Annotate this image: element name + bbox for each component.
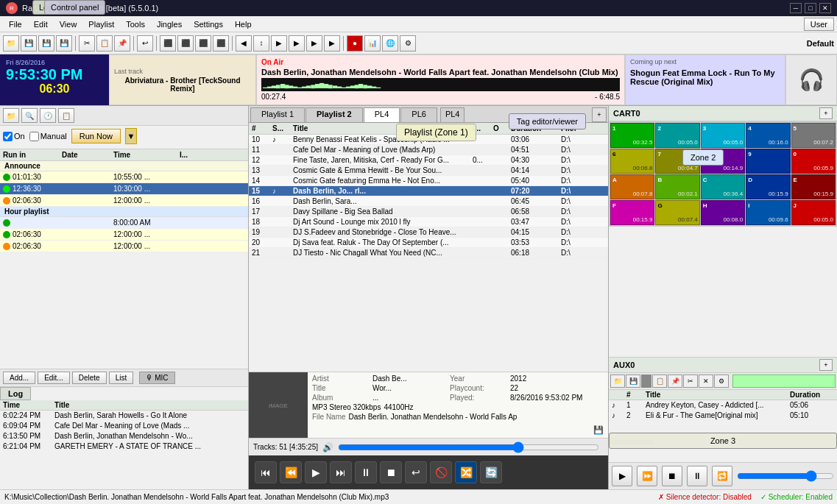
cart-5[interactable]: 5 00:07.2: [791, 123, 836, 148]
log-row-2[interactable]: 6:09:04 PM Cafe Del Mar - Meaning of Lov…: [0, 421, 248, 431]
cart-6[interactable]: 6 00:06.8: [610, 149, 654, 174]
menu-settings[interactable]: Settings: [188, 18, 229, 30]
tab-pl4[interactable]: PL4: [364, 107, 400, 122]
toolbar-open[interactable]: 📁: [3, 35, 19, 52]
cart-E[interactable]: E 00:15.9: [791, 174, 836, 199]
cart-F[interactable]: F 00:15.9: [610, 200, 654, 225]
open-folder-btn[interactable]: 📁: [3, 108, 19, 123]
player-ban-btn[interactable]: 🚫: [430, 461, 452, 483]
aux-copy-btn[interactable]: 📋: [652, 375, 667, 388]
log-row-3[interactable]: 6:13:50 PM Dash Berlin, Jonathan Mendels…: [0, 431, 248, 441]
player-prev-btn[interactable]: ⏮: [255, 461, 277, 483]
aux-pause-btn[interactable]: ⏸: [687, 466, 707, 486]
sched-row-6[interactable]: 02:06:30 12:00:00 ...: [0, 241, 248, 252]
aux-stop-btn[interactable]: ⏹: [662, 466, 682, 486]
cart-3[interactable]: 3 00:05.0: [701, 123, 745, 148]
tab-pl6[interactable]: PL6: [400, 107, 437, 122]
cart-A[interactable]: A 00:07.8: [610, 174, 654, 199]
playlist-add-tab-btn[interactable]: +: [592, 107, 607, 122]
aux-open-btn[interactable]: 📁: [610, 375, 625, 388]
edit-button[interactable]: Edit...: [38, 372, 70, 384]
cart-1[interactable]: 1 00:32.5: [610, 123, 654, 148]
player-sync-btn[interactable]: 🔄: [480, 461, 502, 483]
playlist-row-12[interactable]: 12 Fine Taste, Jaren, Mitiska, Cerf - Re…: [249, 155, 608, 166]
log-row-4[interactable]: 6:21:04 PM GARETH EMERY - A STATE OF TRA…: [0, 441, 248, 452]
list-button[interactable]: List: [109, 372, 134, 384]
toolbar-arrow-right4[interactable]: ▶: [324, 35, 340, 52]
sched-row-4[interactable]: 8:00:00 AM: [0, 217, 248, 229]
playlist-row-11[interactable]: 11 Cafe Del Mar - Meaning of Love (Mads …: [249, 145, 608, 155]
clock-btn[interactable]: 🕐: [40, 108, 56, 123]
aux-save-btn[interactable]: 💾: [626, 375, 640, 388]
cart-9[interactable]: 9: [746, 149, 790, 174]
toolbar-save2[interactable]: 💾: [38, 35, 54, 52]
cart-I[interactable]: I 00:09.6: [746, 200, 790, 225]
sched-row-3[interactable]: 02:06:30 12:00:00 ...: [0, 195, 248, 207]
mic-button[interactable]: 🎙 MIC: [139, 372, 174, 384]
cart-C[interactable]: C 00:36.4: [701, 174, 745, 199]
playlist-row-19[interactable]: 19 DJ S.Fadeev and Stonebridge - Close T…: [249, 227, 608, 238]
aux0-add-btn[interactable]: +: [819, 359, 833, 371]
playlist-row-20[interactable]: 20 Dj Sava feat. Raluk - The Day Of Sept…: [249, 238, 608, 248]
toolbar-save3[interactable]: 💾: [56, 35, 72, 52]
aux-cut-btn[interactable]: ✂: [683, 375, 698, 388]
cart-D[interactable]: D 00:15.9: [746, 174, 790, 199]
aux-row-2[interactable]: ♪ 2 Eli & Fur - The Game[Original mix] 0…: [609, 411, 837, 421]
playlist-row-14[interactable]: 14 Cosmic Gate featuring Emma He - Not E…: [249, 176, 608, 186]
toolbar-save[interactable]: 💾: [21, 35, 37, 52]
on-checkbox[interactable]: [3, 132, 13, 141]
toolbar-cut[interactable]: ✂: [79, 35, 95, 52]
toolbar-gear[interactable]: ⚙: [400, 35, 416, 52]
player-repeat-btn[interactable]: ↩: [405, 461, 427, 483]
player-next-btn[interactable]: ⏭: [330, 461, 352, 483]
aux-repeat-btn[interactable]: 🔁: [712, 466, 732, 486]
cart-H[interactable]: H 00:08.0: [701, 200, 745, 225]
on-checkbox-label[interactable]: On: [3, 132, 25, 141]
add-button[interactable]: Add...: [3, 372, 35, 384]
log-tab[interactable]: Log: [0, 387, 31, 400]
playlist-row-13[interactable]: 13 Cosmic Gate & Emma Hewitt - Be Your S…: [249, 166, 608, 176]
menu-edit[interactable]: Edit: [28, 18, 54, 30]
toolbar-arrow-right3[interactable]: ▶: [306, 35, 322, 52]
save-track-btn[interactable]: 💾: [590, 372, 608, 438]
cart-0[interactable]: 0 00:05.9: [791, 149, 836, 174]
toolbar-chart[interactable]: 📊: [364, 35, 381, 52]
playlist-row-18[interactable]: 18 Dj Art Sound - Lounge mix 2010 l fly …: [249, 217, 608, 227]
toolbar-arrow-right2[interactable]: ▶: [289, 35, 305, 52]
toolbar-arrow-right[interactable]: ▶: [271, 35, 287, 52]
playlist-row-17[interactable]: 17 Davy Spillane - Big Sea Ballad 06:58 …: [249, 207, 608, 217]
player-rewind-btn[interactable]: ⏪: [280, 461, 302, 483]
aux-row-1[interactable]: ♪ 1 Andrey Keyton, Casey - Addicted [...…: [609, 400, 837, 411]
manual-checkbox[interactable]: [29, 132, 39, 141]
toolbar-copy[interactable]: 📋: [96, 35, 113, 52]
tab-active[interactable]: PL4: [440, 107, 465, 122]
aux-paste-btn[interactable]: 📌: [668, 375, 682, 388]
player-pause-btn[interactable]: ⏸: [355, 461, 377, 483]
volume-slider[interactable]: [338, 443, 599, 452]
manual-checkbox-label[interactable]: Manual: [29, 132, 67, 141]
menu-file[interactable]: File: [3, 18, 28, 30]
run-now-button[interactable]: Run Now: [71, 129, 121, 143]
cart-G[interactable]: G 00:07.4: [655, 200, 699, 225]
toolbar-arrows[interactable]: ↕: [253, 35, 269, 52]
menu-view[interactable]: View: [54, 18, 83, 30]
delete-button[interactable]: Delete: [72, 372, 107, 384]
toolbar-new4[interactable]: ⬛: [213, 35, 229, 52]
list-btn[interactable]: 📋: [58, 108, 74, 123]
sched-row-2[interactable]: 12:36:30 10:30:00 ...: [0, 183, 248, 195]
aux-gear-btn[interactable]: ⚙: [714, 375, 729, 388]
user-button[interactable]: User: [804, 18, 834, 31]
menu-playlist[interactable]: Playlist: [82, 18, 120, 30]
tab-playlist1[interactable]: Playlist 1: [250, 107, 305, 122]
aux-delete-btn[interactable]: ✕: [699, 375, 713, 388]
sched-row-5[interactable]: 02:06:30 12:00:00 ...: [0, 229, 248, 241]
cart-7[interactable]: 7 00:04.7: [655, 149, 699, 174]
playlist-row-21[interactable]: 21 DJ Tiesto - Nic Chagall What You Need…: [249, 248, 608, 258]
search-btn[interactable]: 🔍: [21, 108, 38, 123]
cart0-add-btn[interactable]: +: [819, 107, 833, 119]
toolbar-new2[interactable]: ⬛: [177, 35, 194, 52]
player-stop-btn[interactable]: ⏹: [380, 461, 402, 483]
aux-hscroll[interactable]: [609, 439, 837, 446]
playlist-row-10[interactable]: 10 ♪ Benny Benassi Feat Kelis - Spaceshi…: [249, 135, 608, 145]
minimize-button[interactable]: ─: [790, 3, 802, 13]
